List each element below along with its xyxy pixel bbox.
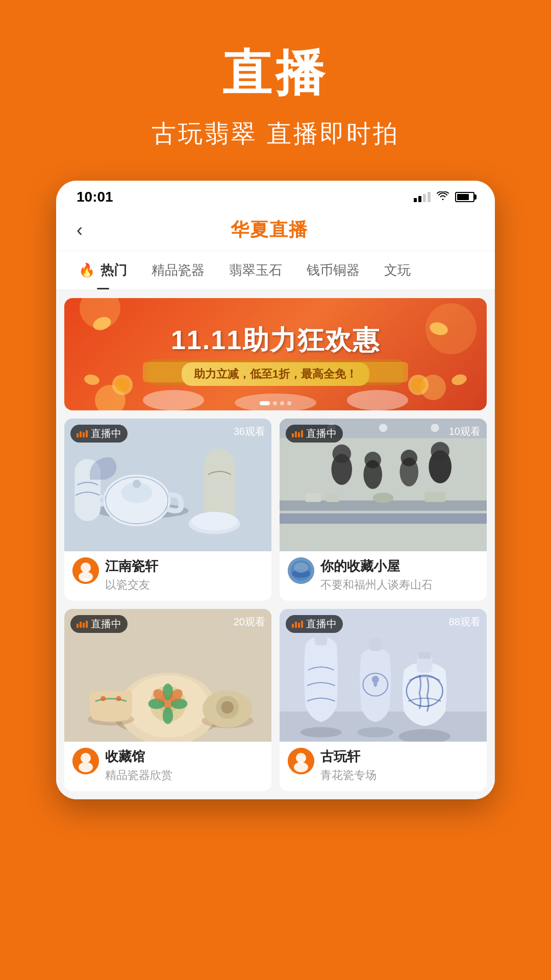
live-card-info-3: 收藏馆 精品瓷器欣赏 [64,742,271,791]
live-badge-label-4: 直播中 [306,617,337,631]
avatar-4 [288,748,314,774]
page-title: 直播 [20,41,531,107]
avatar-1 [72,557,99,584]
svg-rect-39 [326,494,339,502]
category-culture[interactable]: 文玩 [372,251,423,289]
svg-rect-29 [280,513,487,524]
nav-title: 华夏直播 [93,217,446,242]
live-thumbnail-3: 直播中 20观看 [64,609,271,742]
svg-point-22 [191,512,238,531]
live-card-1[interactable]: 直播中 36观看 江南瓷轩 [64,419,271,601]
svg-point-0 [91,315,113,333]
category-coins-label: 钱币铜器 [307,262,360,278]
banner-dots [260,401,291,405]
streamer-desc-1: 以瓷交友 [105,577,263,593]
svg-rect-38 [306,493,321,502]
streamer-desc-2: 不要和福州人谈寿山石 [320,577,479,593]
signal-icon [414,192,431,202]
svg-point-49 [294,562,308,573]
banner-title: 11.11助力狂欢惠 [171,323,380,358]
svg-point-37 [431,442,449,461]
live-text-3: 收藏馆 精品瓷器欣赏 [105,748,263,783]
banner-dot-3[interactable] [280,401,284,405]
svg-point-31 [333,445,352,463]
svg-point-3 [450,373,468,386]
live-thumbnail-2: 直播中 10观看 [280,419,487,551]
category-jade-label: 翡翠玉石 [229,262,282,278]
streamer-name-1: 江南瓷轩 [105,557,263,575]
banner-subtitle: 助力立减，低至1折，最高全免！ [182,362,369,386]
nav-bar: ‹ 华夏直播 [56,209,495,251]
bar-chart-icon-4 [292,621,303,628]
back-button[interactable]: ‹ [77,219,83,241]
category-culture-label: 文玩 [384,262,411,278]
streamer-name-3: 收藏馆 [105,748,263,766]
live-thumbnail-1: 直播中 36观看 [64,419,271,551]
live-grid: 直播中 36观看 江南瓷轩 [64,419,487,791]
svg-point-72 [79,762,93,772]
live-badge-2: 直播中 [286,425,343,443]
category-jade[interactable]: 翡翠玉石 [217,251,294,289]
category-hot[interactable]: 🔥 热门 [66,251,139,289]
svg-point-24 [81,562,91,573]
banner[interactable]: 11.11助力狂欢惠 助力立减，低至1折，最高全免！ [64,298,487,410]
live-badge-label-3: 直播中 [91,617,121,631]
bar-chart-icon-3 [77,621,88,628]
svg-point-33 [364,452,381,468]
svg-point-64 [101,696,106,701]
wifi-icon [437,190,449,204]
avatar-3 [72,748,99,774]
category-bar: 🔥 热门 精品瓷器 翡翠玉石 钱币铜器 文玩 [56,251,495,290]
svg-point-7 [411,378,425,392]
live-card-info-1: 江南瓷轩 以瓷交友 [64,551,271,601]
category-porcelain-label: 精品瓷器 [152,262,205,278]
live-card-info-4: 古玩轩 青花瓷专场 [280,742,487,791]
banner-dot-1[interactable] [260,401,270,405]
svg-point-2 [83,374,100,386]
nav-title-part2: 直播 [269,219,308,240]
battery-icon [455,192,474,202]
svg-point-81 [357,727,393,738]
page-subtitle: 古玩翡翠 直播即时拍 [20,117,531,150]
svg-point-17 [133,480,141,488]
category-porcelain[interactable]: 精品瓷器 [139,251,217,289]
streamer-desc-4: 青花瓷专场 [320,768,479,783]
avatar-2 [288,557,314,584]
streamer-desc-3: 精品瓷器欣赏 [105,768,263,783]
svg-point-87 [294,762,308,772]
live-badge-4: 直播中 [286,615,343,633]
category-hot-label: 热门 [101,262,127,278]
banner-dot-4[interactable] [287,401,291,405]
streamer-name-2: 你的收藏小屋 [320,557,479,575]
banner-dot-2[interactable] [273,401,277,405]
svg-point-84 [372,676,379,683]
svg-rect-41 [424,492,445,502]
phone-frame: 10:01 ‹ 华夏直播 [56,181,495,799]
category-coins[interactable]: 钱币铜器 [294,251,372,289]
svg-point-8 [143,390,204,410]
live-text-1: 江南瓷轩 以瓷交友 [105,557,263,593]
live-card-3[interactable]: 直播中 20观看 收藏馆 精品瓷器欣赏 [64,609,271,791]
svg-point-65 [116,696,121,701]
svg-rect-77 [418,652,431,658]
status-time: 10:01 [77,189,113,205]
live-badge-1: 直播中 [70,425,128,443]
live-thumbnail-4: 直播中 88观看 [280,609,487,742]
live-card-info-2: 你的收藏小屋 不要和福州人谈寿山石 [280,551,487,601]
live-card-4[interactable]: 直播中 88观看 古玩轩 青花瓷专场 [280,609,487,791]
live-badge-label-2: 直播中 [306,427,337,440]
bar-chart-icon-2 [292,430,303,437]
svg-point-86 [296,753,306,763]
svg-point-69 [221,701,234,714]
live-text-4: 古玩轩 青花瓷专场 [320,748,479,783]
svg-point-35 [401,450,417,466]
live-badge-3: 直播中 [70,615,128,633]
svg-point-71 [81,753,91,763]
app-header: 直播 古玩翡翠 直播即时拍 [0,0,551,181]
svg-point-79 [300,727,342,738]
nav-title-part1: 华夏 [231,219,269,240]
svg-point-5 [115,378,130,392]
live-card-2[interactable]: 直播中 10观看 [280,419,487,601]
bar-chart-icon-1 [77,430,88,437]
fire-icon: 🔥 [79,262,95,278]
